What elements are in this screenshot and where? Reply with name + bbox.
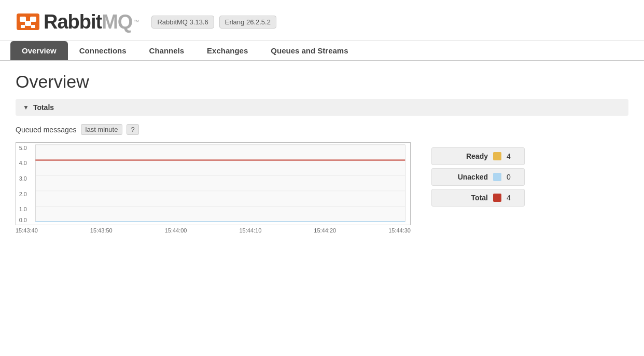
legend-ready: Ready 4 — [431, 147, 525, 165]
svg-text:2.0: 2.0 — [19, 191, 27, 197]
nav-bar: Overview Connections Channels Exchanges … — [0, 41, 644, 61]
legend-total-color — [493, 194, 501, 202]
svg-rect-12 — [35, 145, 405, 222]
svg-text:4.0: 4.0 — [19, 160, 27, 166]
chart-area: 5.0 4.0 3.0 2.0 1.0 0.0 — [16, 142, 628, 234]
legend-total: Total 4 — [431, 189, 525, 207]
version-badge: RabbitMQ 3.13.6 — [151, 16, 214, 29]
x-label-0: 15:43:40 — [16, 227, 38, 234]
x-label-2: 15:44:00 — [165, 227, 187, 234]
svg-rect-2 — [30, 17, 36, 22]
tab-exchanges[interactable]: Exchanges — [195, 41, 259, 60]
svg-rect-1 — [20, 17, 26, 22]
svg-text:3.0: 3.0 — [19, 175, 27, 182]
logo-mq-text: MQ — [102, 11, 132, 33]
logo-rabbit-text: Rabbit — [44, 11, 102, 33]
x-label-5: 15:44:30 — [388, 227, 411, 234]
x-label-1: 15:43:50 — [90, 227, 113, 234]
header: RabbitMQ™ RabbitMQ 3.13.6 Erlang 26.2.5.… — [0, 0, 644, 41]
rabbitmq-logo-icon — [16, 9, 40, 34]
legend-unacked: Unacked 0 — [431, 168, 525, 186]
svg-text:5.0: 5.0 — [19, 145, 27, 151]
x-label-4: 15:44:20 — [314, 227, 336, 234]
legend-ready-color — [493, 152, 501, 160]
tab-channels[interactable]: Channels — [138, 41, 196, 60]
help-badge[interactable]: ? — [127, 124, 138, 135]
legend-unacked-color — [493, 173, 501, 181]
tab-connections[interactable]: Connections — [68, 41, 138, 60]
legend-ready-value: 4 — [507, 152, 517, 160]
x-label-3: 15:44:10 — [239, 227, 261, 234]
chart-container: 5.0 4.0 3.0 2.0 1.0 0.0 — [16, 142, 411, 234]
chart-x-labels: 15:43:40 15:43:50 15:44:00 15:44:10 15:4… — [16, 225, 411, 234]
svg-text:0.0: 0.0 — [19, 217, 27, 223]
page-title: Overview — [16, 72, 628, 92]
queued-messages-label: Queued messages — [16, 126, 77, 134]
content-area: Overview ▼ Totals Queued messages last m… — [0, 61, 644, 244]
legend-total-label: Total — [439, 194, 488, 202]
chart-legend: Ready 4 Unacked 0 Total 4 — [431, 147, 525, 207]
svg-text:1.0: 1.0 — [19, 206, 27, 212]
collapse-arrow-icon: ▼ — [23, 104, 29, 111]
time-range-badge[interactable]: last minute — [81, 124, 123, 135]
totals-section-header[interactable]: ▼ Totals — [16, 99, 628, 116]
logo: RabbitMQ™ — [16, 9, 139, 34]
tab-queues-streams[interactable]: Queues and Streams — [259, 41, 359, 60]
svg-rect-5 — [31, 25, 35, 28]
svg-rect-4 — [21, 25, 25, 28]
section-title: Totals — [33, 103, 54, 112]
legend-unacked-label: Unacked — [439, 173, 488, 181]
erlang-badge: Erlang 26.2.5.2 — [219, 16, 276, 29]
legend-unacked-value: 0 — [507, 173, 517, 181]
legend-total-value: 4 — [507, 194, 517, 202]
legend-ready-label: Ready — [439, 152, 488, 160]
logo-tm: ™ — [133, 19, 139, 25]
queued-messages-row: Queued messages last minute ? — [16, 124, 628, 135]
queued-messages-chart: 5.0 4.0 3.0 2.0 1.0 0.0 — [16, 142, 411, 225]
svg-rect-3 — [25, 21, 31, 26]
tab-overview[interactable]: Overview — [10, 41, 68, 60]
